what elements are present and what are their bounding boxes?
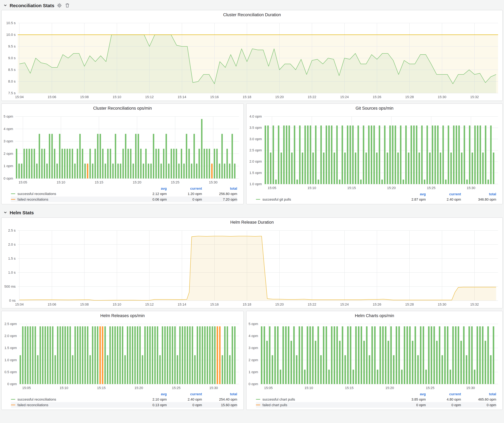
stat-avg: 0.13 opm [132,402,167,408]
svg-text:15:32: 15:32 [470,302,479,306]
legend-header-avg[interactable]: avg [132,186,167,191]
panel-title[interactable]: Helm Release Duration [1,218,503,227]
gear-icon-button[interactable] [57,2,62,8]
git-sources-chart[interactable]: 15:0515:1015:1515:2015:2515:301.0 opm1.5… [246,113,503,192]
svg-text:15:12: 15:12 [145,302,154,306]
chevron-down-icon[interactable] [3,3,7,7]
svg-text:15:18: 15:18 [243,95,251,99]
stat-total: 254.40 opm [202,397,237,402]
panel-title[interactable]: Git Sources ops/min [246,104,503,113]
svg-text:15:30: 15:30 [209,386,218,390]
legend-row: successful git pulls 2.87 opm 2.40 opm 3… [256,197,496,202]
svg-text:2.5 opm: 2.5 opm [250,148,262,152]
legend-header-avg[interactable]: avg [390,192,426,197]
section-header-helm-stats[interactable]: Helm Stats [1,207,503,217]
svg-text:15:26: 15:26 [373,302,381,306]
stat-total: 0 opm [461,402,496,408]
svg-text:15:14: 15:14 [178,302,186,306]
section-header-reconciliation-stats[interactable]: Reconciliation Stats [1,1,503,10]
svg-text:15:04: 15:04 [15,302,24,306]
panel-title[interactable]: Helm Charts ops/min [246,311,503,321]
svg-text:15:15: 15:15 [347,186,356,190]
svg-text:2.5 opm: 2.5 opm [5,322,17,326]
svg-text:9.0 s: 9.0 s [8,56,16,60]
svg-text:15:12: 15:12 [145,95,154,99]
series-color-swatch [11,399,15,400]
svg-text:15:30: 15:30 [466,386,475,390]
svg-text:4 opm: 4 opm [249,334,258,338]
svg-text:15:15: 15:15 [95,180,103,184]
svg-text:15:28: 15:28 [405,302,414,306]
legend-header-total[interactable]: total [461,392,496,397]
svg-text:15:16: 15:16 [210,95,219,99]
stat-current: 0 opm [167,402,202,408]
helm-releases-chart[interactable]: 15:0515:1015:1515:2015:2515:300 opm0.5 o… [1,321,243,392]
series-label: failed reconciliations [18,198,48,201]
helm-release-duration-chart[interactable]: 15:0415:0615:0815:1015:1215:1415:1615:18… [1,227,503,308]
svg-text:1.0 s: 1.0 s [8,270,16,274]
stat-current: 1.20 opm [167,191,202,197]
panel-title[interactable]: Helm Releases ops/min [1,311,243,321]
svg-text:5 opm: 5 opm [4,114,13,118]
svg-text:15:06: 15:06 [48,95,56,99]
svg-text:1 opm: 1 opm [249,370,258,374]
legend-header-current[interactable]: current [167,392,202,397]
svg-text:15:20: 15:20 [385,386,394,390]
series-color-swatch [256,405,260,405]
legend-series-toggle[interactable]: successful git pulls [256,197,390,202]
legend-header-current[interactable]: current [426,392,461,397]
legend-series-toggle[interactable]: failed chart pulls [256,402,390,408]
svg-text:15:24: 15:24 [340,302,349,306]
svg-text:10.0 s: 10.0 s [6,33,16,37]
legend-header-total[interactable]: total [461,192,496,197]
panel-title[interactable]: Cluster Reconciliations ops/min [1,104,243,113]
svg-text:15:28: 15:28 [405,95,414,99]
svg-text:15:30: 15:30 [209,180,217,184]
legend-header-current[interactable]: current [426,192,461,197]
svg-text:1 opm: 1 opm [4,164,13,168]
legend-series-toggle[interactable]: successful chart pulls [256,397,390,402]
legend-series-toggle[interactable]: successful reconciliations [11,191,132,197]
svg-text:15:16: 15:16 [210,302,219,306]
legend-series-toggle[interactable]: successful reconciliations [11,397,132,402]
svg-text:15:05: 15:05 [18,180,27,184]
legend-series-toggle[interactable]: failed reconciliations [11,197,132,202]
panel-title[interactable]: Cluster Reconciliation Duration [1,10,503,20]
chevron-down-icon[interactable] [3,210,7,215]
legend-row: successful reconciliations 2.12 opm 1.20… [11,191,237,197]
svg-text:3 opm: 3 opm [249,346,258,350]
stat-total: 7.20 opm [202,197,237,202]
legend: avg current total successful reconciliat… [1,186,243,204]
cluster-reconciliation-duration-chart[interactable]: 15:0415:0615:0815:1015:1215:1415:1615:18… [1,20,503,101]
svg-text:2.0 s: 2.0 s [8,242,16,246]
svg-text:15:25: 15:25 [172,386,180,390]
helm-charts-chart[interactable]: 15:0515:1015:1515:2015:2515:300 opm1 opm… [246,321,503,392]
stat-avg: 3.85 opm [390,397,426,402]
stat-avg: 2.87 opm [390,197,426,202]
legend-header-total[interactable]: total [202,186,237,191]
legend-series-toggle[interactable]: failed reconciliations [11,402,132,408]
svg-text:1.0 opm: 1.0 opm [250,182,262,186]
stat-total: 15.60 opm [202,402,237,408]
stat-current: 4.80 opm [426,397,461,402]
trash-icon-button[interactable] [65,2,70,8]
cluster-reconciliations-chart[interactable]: 15:0515:1015:1515:2015:2515:300 opm1 opm… [1,113,243,186]
svg-text:15:04: 15:04 [15,95,24,99]
stat-total: 346.80 opm [461,197,496,202]
series-label: successful reconciliations [18,192,56,196]
panel-helm-charts-opm: Helm Charts ops/min 15:0515:1015:1515:20… [246,311,503,410]
legend-row: failed reconciliations 0.06 opm 0 opm 7.… [11,197,237,202]
legend-header-avg[interactable]: avg [390,392,426,397]
svg-text:5 opm: 5 opm [249,322,258,326]
legend-header-avg[interactable]: avg [132,392,167,397]
svg-text:8.0 s: 8.0 s [8,79,16,83]
stat-current: 0 opm [426,402,461,408]
dashboard: Reconciliation Stats Cluster Reconciliat… [0,0,504,410]
legend-header-total[interactable]: total [202,392,237,397]
svg-text:15:10: 15:10 [307,186,316,190]
svg-text:15:08: 15:08 [80,302,89,306]
svg-text:10.5 s: 10.5 s [6,21,16,25]
legend-header-current[interactable]: current [167,186,202,191]
series-label: failed reconciliations [18,403,48,407]
svg-text:1.5 s: 1.5 s [8,257,16,260]
